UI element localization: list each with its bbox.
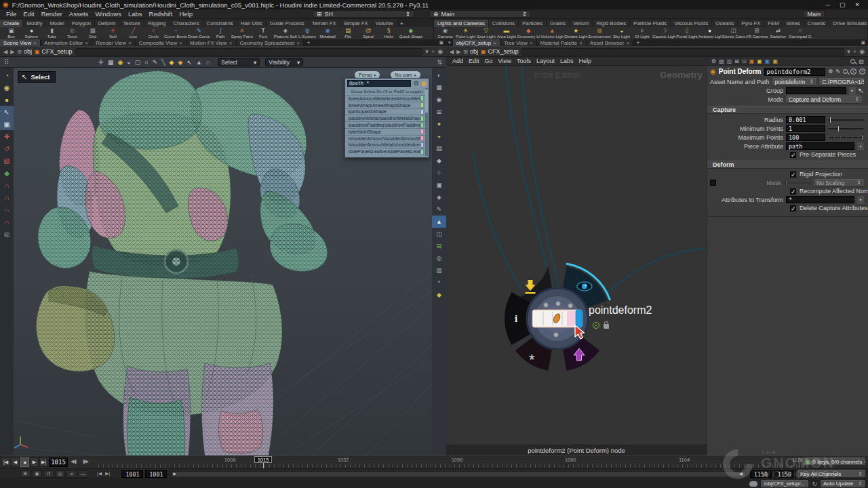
toolbox-tool-icon[interactable]: ● (0, 94, 14, 106)
menu-item[interactable]: File (3, 10, 20, 18)
shelf-tab[interactable]: Particles (519, 20, 547, 27)
shelf-tab[interactable]: Modify (23, 20, 46, 27)
display-option-icon[interactable]: ◆ (432, 289, 446, 301)
path-field[interactable] (521, 48, 845, 56)
group-list-item[interactable]: /sidePanelsLeather/sidePanelsLeathe (345, 148, 429, 155)
shelf-tool[interactable]: ● Ambient Light (698, 27, 722, 39)
link-icon[interactable]: ◉ (859, 48, 865, 55)
display-option-icon[interactable]: ◒ (432, 130, 446, 142)
network-menu-item[interactable]: View (496, 58, 514, 64)
chevron-down-icon[interactable]: ▾ (857, 142, 864, 150)
shelf-tool[interactable]: ☽ Caustic Light (652, 27, 675, 39)
scaling-dropdown[interactable]: No Scaling⇕ (814, 179, 864, 187)
shelf-tool[interactable]: ◆ Geometry Light (517, 27, 540, 39)
close-tab-icon[interactable]: ✕ (33, 41, 37, 45)
toolbox-tool-icon[interactable]: ▧ (0, 155, 14, 167)
vp-tool-icon[interactable]: ✛ (98, 59, 104, 66)
toolbox-tool-icon[interactable]: ◎ (0, 228, 14, 240)
path-root[interactable]: ⊞obj (17, 48, 32, 55)
params-toolbar-icon[interactable]: ⚙ (711, 58, 716, 64)
group-list-item[interactable]: /pauldronPadding/pauldronPaddingS (345, 121, 429, 128)
group-filter-field[interactable]: @path * (347, 80, 411, 87)
drawer-icon[interactable]: ▤ (859, 58, 864, 64)
pane-tab[interactable]: Tree View ✕ (500, 39, 537, 46)
back-icon[interactable]: ◀ (450, 49, 454, 55)
menu-item[interactable]: Edit (20, 10, 37, 18)
network-menu-item[interactable]: Go (482, 58, 496, 64)
range-handle-left[interactable]: ▶ (173, 472, 178, 476)
vp-tool-icon[interactable]: ◆ (170, 59, 174, 66)
shelf-tool[interactable]: ● Sphere (22, 27, 41, 39)
display-option-icon[interactable]: ▣ (432, 179, 446, 191)
forward-icon[interactable]: ▶ (10, 49, 14, 55)
chevron-down-icon[interactable]: ▾ (425, 48, 429, 55)
shelf-tool[interactable]: ▮ Tube (42, 27, 62, 39)
shelf-tab[interactable]: Crowds (804, 20, 829, 27)
toolbox-tool-icon[interactable]: ↺ (0, 142, 14, 155)
network-menu-item[interactable]: Layout (534, 58, 557, 64)
selection-mode-dropdown[interactable]: Select ▾ (218, 58, 260, 66)
help-icon[interactable]: ? (859, 68, 865, 75)
toolbox-tool-icon[interactable]: ∩ (0, 203, 14, 216)
vp-tool-icon[interactable]: ▢ (135, 59, 141, 66)
pin-icon[interactable]: + (431, 48, 435, 55)
params-toolbar-icon[interactable]: ▣ (749, 58, 755, 64)
radius-input[interactable]: 0.001 (786, 116, 825, 123)
menu-item[interactable]: Labs (125, 10, 146, 18)
max-points-slider[interactable] (828, 134, 864, 142)
playbar-option-icon[interactable]: ↺ (43, 470, 54, 478)
visibility-dropdown[interactable]: Visibility ▾ (265, 58, 303, 66)
shelf-tool[interactable]: ✛ Null (103, 27, 123, 39)
group-list-item[interactable]: /pants/pantsShape (345, 108, 429, 115)
pane-tab[interactable]: Scene View ✕ (0, 39, 41, 46)
playback-range-slider[interactable]: ▶ ◀ (172, 471, 745, 477)
display-option-icon[interactable]: ◫ (432, 228, 446, 240)
pane-menu-icon[interactable]: ▣ (861, 40, 868, 45)
vp-tool-icon[interactable]: ⌂ (206, 59, 210, 66)
toolbox-tool-icon[interactable]: ◉ (0, 81, 14, 94)
viewport-canvas[interactable]: ↖ Select Persp▾ No cam▾ @path * ⚙ ▣ Grou… (14, 68, 432, 455)
playbar-option-icon[interactable]: — (78, 470, 88, 478)
shelf-tool[interactable]: ◫ Stereo Camera (722, 27, 745, 39)
network-menu-item[interactable]: Help (576, 58, 594, 64)
shelf-tool[interactable]: ◎ Torus (62, 27, 82, 39)
shelf-tool[interactable]: ★ Distant Light (564, 27, 587, 39)
menu-item[interactable]: Redshift (146, 10, 176, 18)
network-menu-item[interactable]: Add (450, 58, 466, 64)
range-end-icon[interactable]: ▶| (105, 471, 110, 476)
pick-cursor-icon[interactable]: ↖ (859, 87, 864, 94)
deform-section-header[interactable]: Deform (707, 161, 868, 169)
shelf-tab[interactable]: Simple FX (340, 20, 372, 27)
vp-tool-icon[interactable]: ◆ (178, 59, 183, 66)
shelf-set-selector[interactable]: ⊞ SH ⇕ (313, 10, 414, 18)
rigid-projection-checkbox[interactable]: ✓ (790, 171, 796, 178)
pane-tab[interactable]: obj/CFX_setup ✕ (453, 39, 501, 46)
gear-icon[interactable]: ⚙ (413, 80, 418, 87)
vp-tool-icon[interactable]: ◒ (127, 59, 130, 66)
shelf-tool[interactable]: ☀ Point Light (456, 27, 475, 39)
vp-tool-icon[interactable]: ✎ (153, 59, 158, 66)
chevron-down-icon[interactable]: ▾ (847, 48, 850, 55)
playbar-option-icon[interactable]: ⊞ (20, 470, 31, 478)
group-input[interactable] (786, 87, 846, 94)
display-option-icon[interactable]: ◆ (432, 155, 446, 167)
shelf-tab[interactable]: Create (0, 20, 23, 27)
play-button[interactable]: ▶ (30, 458, 39, 467)
menu-item[interactable]: Windows (92, 10, 125, 18)
close-tab-icon[interactable]: ✕ (85, 41, 88, 45)
toolbox-tool-icon[interactable]: ↖ (0, 106, 14, 118)
stop-button[interactable]: ■ (20, 458, 29, 467)
shelf-tab[interactable]: Grains (547, 20, 570, 27)
toolbox-tool-icon[interactable]: ◆ (0, 167, 14, 179)
shelf-tool[interactable]: ▦ Grid (83, 27, 102, 39)
shelf-tool[interactable]: ○ GI Light (632, 27, 652, 39)
keys-dropdown[interactable]: ▦ 0 keys, 0/0 channels▾ (803, 458, 865, 466)
network-canvas[interactable]: Indie Edition Geometry (446, 66, 707, 445)
min-points-input[interactable]: 1 (786, 125, 825, 132)
shelf-tab[interactable]: Lights and Cameras (434, 20, 489, 27)
shelf-tool[interactable]: ╱ Line (123, 27, 143, 39)
toolbox-tool-icon[interactable]: ◔ (0, 69, 14, 81)
shelf-tab[interactable]: Polygon (68, 20, 95, 27)
display-option-icon[interactable]: ◐ (432, 69, 446, 81)
piece-attr-input[interactable]: path (786, 142, 854, 150)
